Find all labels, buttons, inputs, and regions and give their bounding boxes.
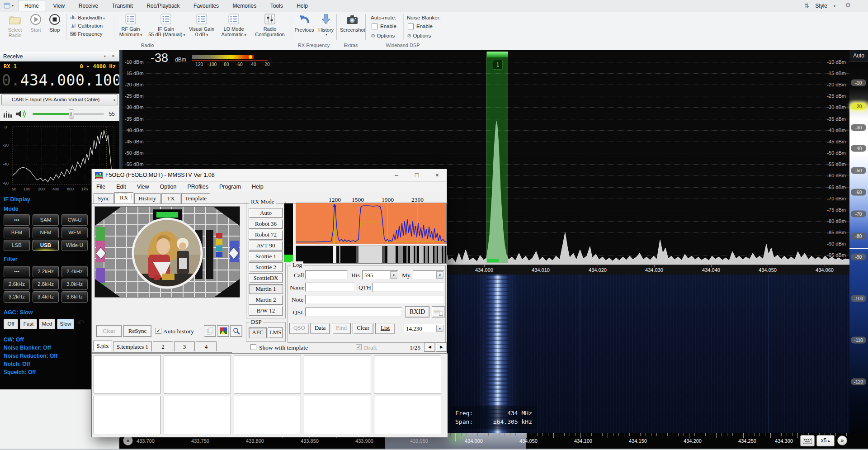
mode-button-more[interactable]: ••• bbox=[4, 214, 30, 226]
mmsstv-tab-template[interactable]: Template bbox=[181, 193, 210, 204]
mmsstv-tab-rx[interactable]: RX bbox=[114, 192, 133, 204]
agc-slow-button[interactable]: Slow bbox=[57, 319, 74, 329]
tab-transmit[interactable]: Transmit bbox=[106, 0, 139, 11]
style-updown-icon[interactable]: ⇅ bbox=[804, 2, 809, 9]
speaker-icon[interactable] bbox=[15, 109, 27, 118]
tab-2[interactable]: 2 bbox=[153, 341, 173, 351]
chevron-down-icon[interactable]: ▾ bbox=[390, 271, 397, 279]
log-frequency-select[interactable]: 14.230▾ bbox=[404, 324, 444, 333]
magnifier-button[interactable] bbox=[230, 325, 242, 337]
filter-button-36[interactable]: 3.6kHz bbox=[61, 291, 88, 303]
tab-4[interactable]: 4 bbox=[196, 341, 217, 351]
rx-mode-bw12[interactable]: B/W 12 bbox=[249, 306, 283, 316]
filter-button-32[interactable]: 3.2kHz bbox=[4, 291, 30, 303]
scale-chip[interactable]: -50 bbox=[851, 167, 866, 174]
stock-picture-slot[interactable] bbox=[374, 355, 441, 393]
name-input[interactable] bbox=[305, 283, 355, 292]
scale-chip[interactable]: -90 bbox=[851, 254, 866, 261]
style-dropdown-icon[interactable]: ▾ bbox=[834, 4, 835, 8]
scale-chip[interactable]: -40 bbox=[851, 145, 866, 152]
settings-gear-icon[interactable]: ⚙ bbox=[845, 1, 851, 9]
screenshot-button[interactable]: Screenshot bbox=[340, 14, 364, 42]
auto-mute-enable-checkbox[interactable] bbox=[372, 24, 377, 29]
rx-channel-band[interactable]: 1 bbox=[486, 52, 508, 263]
filter-button-30[interactable]: 3.0kHz bbox=[61, 279, 88, 290]
auto-history-checkbox[interactable]: ✓ bbox=[156, 328, 161, 334]
call-input[interactable] bbox=[305, 270, 348, 279]
stock-picture-slot[interactable] bbox=[94, 396, 161, 434]
history-button[interactable]: History ▾ bbox=[316, 14, 335, 42]
note-input[interactable] bbox=[305, 295, 444, 304]
tab-favourites[interactable]: Favourites bbox=[188, 0, 225, 11]
menu-option[interactable]: Option bbox=[156, 182, 181, 190]
stock-picture-slot[interactable] bbox=[304, 355, 371, 393]
agc-undo-icon[interactable]: ↶ bbox=[77, 317, 85, 328]
mode-button-cwu[interactable]: CW-U bbox=[61, 214, 88, 226]
tab-spix[interactable]: S.pix bbox=[93, 341, 112, 351]
stock-picture-slot[interactable] bbox=[234, 355, 301, 393]
rx-mode-martin2[interactable]: Martin 2 bbox=[249, 295, 283, 305]
scale-chip[interactable]: -10 bbox=[851, 80, 866, 86]
show-with-template-checkbox[interactable] bbox=[250, 344, 256, 350]
abc-button[interactable]: ABC bbox=[432, 306, 445, 317]
filter-button-more[interactable]: ••• bbox=[4, 266, 30, 277]
chevron-down-icon[interactable]: ▾ bbox=[436, 325, 443, 332]
panel-collapse-icon[interactable]: ▾ bbox=[104, 54, 106, 58]
mmsstv-tab-history[interactable]: History bbox=[134, 193, 160, 204]
data-button[interactable]: Data bbox=[310, 323, 330, 334]
stock-picture-slot[interactable] bbox=[164, 396, 231, 434]
filter-button-34[interactable]: 3.4kHz bbox=[33, 291, 59, 303]
stock-picture-slot[interactable] bbox=[164, 355, 231, 393]
mmsstv-window[interactable]: F5OEO (F5OEO.MDT) - MMSSTV Ver 1.08 – □ … bbox=[91, 169, 447, 437]
radio-configuration-button[interactable]: Radio Configuration bbox=[251, 14, 288, 42]
draft-checkbox[interactable]: ✓ bbox=[356, 344, 362, 350]
status-notch[interactable]: Notch: Off bbox=[4, 361, 30, 367]
page-next-button[interactable]: ▶ bbox=[436, 342, 447, 352]
if-gain-button[interactable]: IF Gain -55 dB (Manual)▾ bbox=[146, 14, 185, 42]
his-select[interactable]: 595▾ bbox=[362, 270, 398, 279]
rx-mode-auto[interactable]: Auto bbox=[249, 208, 283, 218]
mmsstv-tab-tx[interactable]: TX bbox=[161, 193, 180, 204]
audio-device-select[interactable]: CABLE Input (VB-Audio Virtual Cable) ▾ bbox=[1, 95, 118, 105]
zoom-level-button[interactable]: x5 ▸ bbox=[816, 435, 835, 446]
rx-mode-avt90[interactable]: AVT 90 bbox=[249, 241, 283, 251]
afc-button[interactable]: AFC bbox=[249, 327, 267, 338]
filter-button-28[interactable]: 2.8kHz bbox=[33, 279, 59, 290]
quick-access-dropdown-icon[interactable]: ▾ bbox=[12, 4, 14, 8]
rf-gain-button[interactable]: RF Gain Minimum▾ bbox=[117, 14, 145, 42]
tab-home[interactable]: Home bbox=[18, 0, 45, 11]
style-button[interactable]: Style bbox=[815, 3, 827, 9]
calibration-button[interactable]: Calibration bbox=[70, 23, 103, 28]
clear-log-button[interactable]: Clear bbox=[353, 323, 373, 334]
rxid-button[interactable]: RXID bbox=[405, 306, 429, 317]
menu-program[interactable]: Program bbox=[215, 182, 245, 190]
agc-med-button[interactable]: Med bbox=[39, 319, 55, 329]
tab-tools[interactable]: Tools bbox=[264, 0, 289, 11]
resync-button[interactable]: ReSync bbox=[123, 325, 151, 337]
quick-access-icon[interactable] bbox=[4, 2, 13, 11]
tab-receive[interactable]: Receive bbox=[73, 0, 104, 11]
lo-mode-button[interactable]: LO Mode Automatic▾ bbox=[219, 14, 249, 42]
stock-picture-slot[interactable] bbox=[304, 396, 371, 434]
agc-off-button[interactable]: Off bbox=[4, 319, 18, 329]
scale-chip[interactable]: -80 bbox=[851, 233, 866, 240]
copy-pages-button[interactable] bbox=[204, 325, 216, 337]
minimize-button[interactable]: – bbox=[387, 169, 406, 182]
filter-button-22[interactable]: 2.2kHz bbox=[33, 266, 59, 277]
qso-button[interactable]: QSO bbox=[289, 323, 309, 334]
rx-band-cap[interactable] bbox=[487, 52, 508, 57]
status-noise-blanker[interactable]: Noise Blanker: Off bbox=[4, 345, 51, 351]
frequency-display[interactable]: 0.434.000.100 bbox=[2, 71, 122, 89]
stock-picture-slot[interactable] bbox=[234, 396, 301, 434]
scale-chip[interactable]: -30 bbox=[851, 124, 866, 131]
mode-button-lsb[interactable]: LSB bbox=[4, 240, 30, 251]
scale-chip-active[interactable]: -20 bbox=[851, 103, 866, 110]
page-prev-button[interactable]: ◀ bbox=[424, 342, 435, 352]
stop-button[interactable]: Stop bbox=[46, 14, 63, 42]
rx-mode-scottiedx[interactable]: ScottieDX bbox=[249, 273, 283, 283]
menu-view[interactable]: View bbox=[132, 182, 154, 190]
rx-mode-robot72[interactable]: Robot 72 bbox=[249, 230, 283, 240]
menu-help[interactable]: Help bbox=[247, 182, 268, 190]
mmsstv-tab-sync[interactable]: Sync bbox=[94, 193, 113, 204]
tab-rec-playback[interactable]: Rec/Playback bbox=[141, 0, 185, 11]
